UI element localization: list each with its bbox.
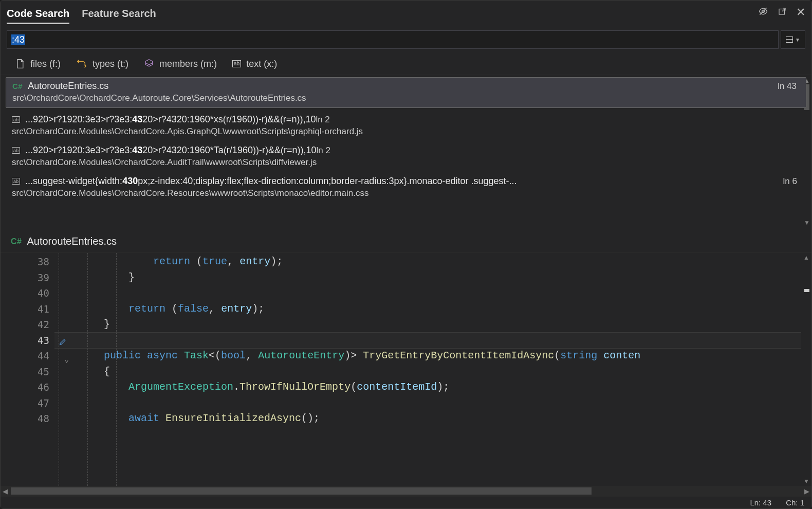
line-gutter: 38394041424344⌄45464748 [1,253,54,486]
filter-files[interactable]: files (f:) [15,58,61,69]
csharp-icon: C# [11,237,22,246]
result-title: ...920>r?1920:3e3>r?3e3:4320>r?4320:1960… [25,145,330,156]
code-line[interactable]: { [54,364,801,380]
scroll-up-icon[interactable]: ▲ [803,254,809,261]
line-number: 44⌄ [1,348,54,364]
preview-header: C# AutorouteEntries.cs [1,229,811,252]
code-lines[interactable]: return (true, entry); } return (false, e… [54,253,801,486]
scroll-left-icon[interactable]: ◀ [3,487,8,495]
scroll-thumb[interactable] [11,487,592,495]
line-number: 38 [1,254,54,270]
scroll-down-icon[interactable]: ▼ [804,219,810,226]
result-path: src\OrchardCore.Modules\OrchardCore.Reso… [12,188,797,198]
filter-members[interactable]: members (m:) [144,59,217,69]
text-icon: ab [232,60,241,67]
search-input[interactable]: :43 [7,30,779,49]
scroll-marker [804,289,809,292]
result-line: ln 2 [316,146,330,155]
filter-types[interactable]: types (t:) [76,58,128,69]
filter-bar: files (f:) types (t:) members (m:) ab te… [1,55,811,75]
text-match-icon: ab [12,178,20,185]
line-number: 42 [1,317,54,333]
code-search-panel: Code Search Feature Search ✕ :43 ▼ files [0,0,812,509]
code-line[interactable]: ArgumentException.ThrowIfNullOrEmpty(con… [54,379,801,395]
code-hscrollbar[interactable]: ◀ ▶ [1,486,811,496]
code-line[interactable] [54,395,801,411]
panel-icon [786,37,793,43]
file-icon [15,58,25,69]
line-number: 41 [1,301,54,317]
line-number: 46 [1,379,54,395]
open-external-icon[interactable] [778,7,787,19]
code-line[interactable]: public async Task<(bool, AutorouteEntry)… [54,348,801,364]
results-list: ▲ ▼ C#AutorouteEntries.csln 43src\Orchar… [1,75,811,229]
text-match-icon: ab [12,147,20,154]
result-title: ...suggest-widget{width:430px;z-index:40… [25,176,517,187]
line-number: 45 [1,364,54,380]
result-item[interactable]: ab...920>r?1920:3e3>r?3e3:4320>r?4320:19… [1,141,811,172]
code-line[interactable]: } [54,317,801,333]
result-line: ln 43 [778,81,797,92]
search-row: :43 ▼ [1,24,811,55]
view-mode-dropdown[interactable]: ▼ [781,30,805,49]
result-line: ln 2 [316,115,329,124]
line-number: 48 [1,411,54,427]
preview-filename: AutorouteEntries.cs [27,235,117,247]
eye-off-icon[interactable] [758,6,768,19]
tab-feature-search[interactable]: Feature Search [82,5,156,24]
result-item[interactable]: ab...920>r?1920:3e3>r?3e3:4320>r?4320:19… [1,110,811,141]
result-title: ...920>r?1920:3e3>r?3e3:4320>r?4320:1960… [25,114,330,125]
filter-text-label: text (x:) [246,59,277,69]
members-icon [144,59,154,69]
line-number: 43 [1,333,54,349]
types-icon [76,58,87,69]
csharp-icon: C# [12,82,23,90]
result-path: src\OrchardCore.Modules\OrchardCore.Audi… [12,157,797,168]
tab-code-search[interactable]: Code Search [7,5,69,24]
status-bar: Ln: 43 Ch: 1 [1,496,811,508]
filter-types-label: types (t:) [93,59,128,69]
result-item[interactable]: C#AutorouteEntries.csln 43src\OrchardCor… [6,77,806,108]
code-line[interactable]: await EnsureInitializedAsync(); [54,411,801,427]
code-vscrollbar[interactable]: ▲ ▼ [801,253,811,486]
text-match-icon: ab [12,116,20,123]
code-preview[interactable]: 38394041424344⌄45464748 return (true, en… [1,252,811,486]
status-col: Ch: 1 [786,498,804,507]
code-line[interactable]: return (false, entry); [54,301,801,317]
code-line[interactable] [54,333,801,349]
chevron-down-icon: ▼ [795,37,800,43]
line-number: 40 [1,285,54,301]
code-line[interactable] [54,285,801,301]
code-line[interactable]: return (true, entry); [54,254,801,270]
search-value: :43 [11,34,25,45]
scroll-down-icon[interactable]: ▼ [803,478,809,485]
tab-bar: Code Search Feature Search ✕ [1,1,811,24]
code-line[interactable]: } [54,270,801,286]
result-path: src\OrchardCore.Modules\OrchardCore.Apis… [12,126,797,137]
close-icon[interactable]: ✕ [796,6,805,19]
filter-text[interactable]: ab text (x:) [232,59,277,69]
result-path: src\OrchardCore\OrchardCore.Autoroute.Co… [12,93,797,103]
scroll-right-icon[interactable]: ▶ [804,487,809,495]
status-line: Ln: 43 [750,498,771,507]
line-number: 47 [1,395,54,411]
result-line: ln 6 [783,176,797,187]
result-item[interactable]: ab...suggest-widget{width:430px;z-index:… [1,172,811,203]
line-number: 39 [1,270,54,286]
scroll-track[interactable] [11,487,801,495]
result-title: AutorouteEntries.cs [28,81,108,92]
filter-files-label: files (f:) [30,59,61,69]
filter-members-label: members (m:) [159,59,217,69]
